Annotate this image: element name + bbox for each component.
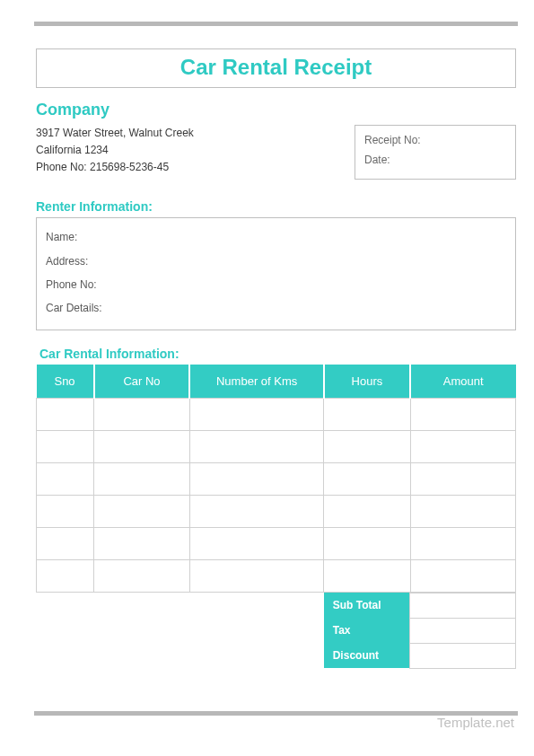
table-row bbox=[37, 430, 516, 462]
company-phone: Phone No: 215698-5236-45 bbox=[36, 159, 194, 176]
discount-label: Discount bbox=[324, 643, 410, 668]
subtotal-label: Sub Total bbox=[324, 593, 410, 618]
company-block: 3917 Water Street, Walnut Creek Californ… bbox=[36, 125, 516, 180]
rental-info-heading: Car Rental Information: bbox=[39, 347, 516, 361]
summary-discount-row: Discount bbox=[36, 643, 516, 668]
discount-value bbox=[410, 643, 516, 668]
company-address-line2: California 1234 bbox=[36, 142, 194, 159]
renter-address-label: Address: bbox=[46, 250, 506, 273]
footer-brand: Template.net bbox=[437, 715, 514, 730]
top-divider bbox=[34, 22, 518, 26]
page-title: Car Rental Receipt bbox=[37, 55, 515, 80]
page-content: Car Rental Receipt Company 3917 Water St… bbox=[36, 48, 516, 669]
col-hours: Hours bbox=[324, 365, 410, 399]
company-heading: Company bbox=[36, 101, 516, 119]
table-row bbox=[37, 398, 516, 430]
title-box: Car Rental Receipt bbox=[36, 48, 516, 88]
summary-subtotal-row: Sub Total bbox=[36, 593, 516, 618]
tax-label: Tax bbox=[324, 618, 410, 643]
renter-name-label: Name: bbox=[46, 225, 506, 249]
subtotal-value bbox=[410, 593, 516, 618]
rental-table: Sno Car No Number of Kms Hours Amount bbox=[36, 365, 516, 593]
renter-heading: Renter Information: bbox=[36, 199, 516, 214]
receipt-no-label: Receipt No: bbox=[364, 131, 506, 151]
col-amount: Amount bbox=[410, 365, 516, 399]
table-row bbox=[37, 559, 516, 592]
renter-phone-label: Phone No: bbox=[46, 273, 506, 296]
receipt-meta-box: Receipt No: Date: bbox=[355, 125, 516, 180]
table-row bbox=[37, 527, 516, 559]
receipt-date-label: Date: bbox=[364, 151, 506, 171]
renter-car-details-label: Car Details: bbox=[46, 296, 506, 320]
company-address-line1: 3917 Water Street, Walnut Creek bbox=[36, 125, 194, 142]
renter-info-box: Name: Address: Phone No: Car Details: bbox=[36, 217, 516, 330]
tax-value bbox=[410, 618, 516, 643]
summary-tax-row: Tax bbox=[36, 618, 516, 643]
rental-table-header-row: Sno Car No Number of Kms Hours Amount bbox=[37, 365, 516, 399]
summary-table: Sub Total Tax Discount bbox=[36, 593, 516, 669]
rental-table-body bbox=[37, 398, 516, 592]
col-sno: Sno bbox=[37, 365, 94, 399]
company-address: 3917 Water Street, Walnut Creek Californ… bbox=[36, 125, 194, 177]
table-row bbox=[37, 495, 516, 527]
col-carno: Car No bbox=[94, 365, 190, 399]
col-kms: Number of Kms bbox=[189, 365, 324, 399]
table-row bbox=[37, 462, 516, 495]
